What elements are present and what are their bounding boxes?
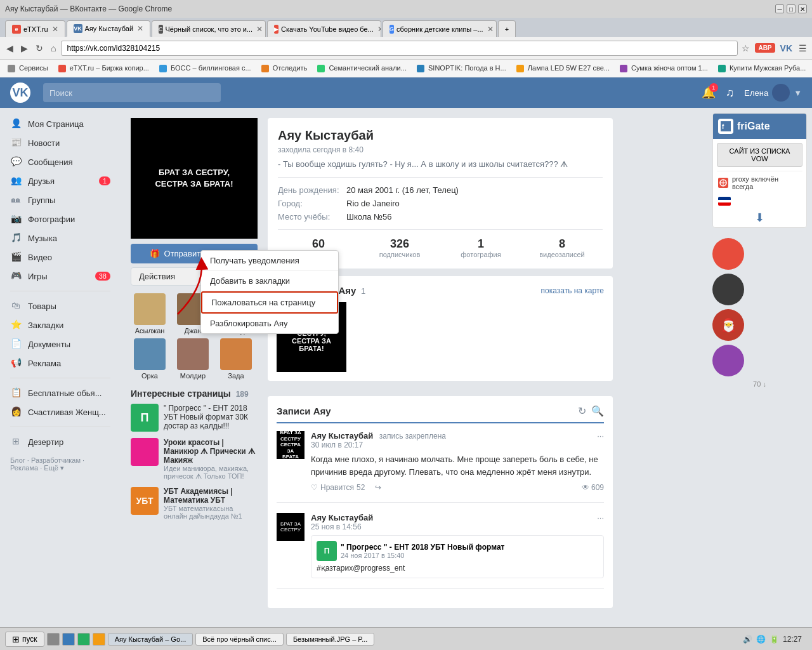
- interesting-pages-section: Интересные страницы 189 П " Прогресс " -…: [131, 388, 258, 520]
- minimize-button[interactable]: ─: [775, 4, 784, 13]
- sidebar-item-ads[interactable]: 📢 Реклама: [0, 354, 121, 373]
- friend-moldir[interactable]: Молдир: [174, 338, 212, 380]
- sidebar-item-news[interactable]: 📰 Новости: [0, 133, 121, 152]
- maximize-button[interactable]: □: [787, 4, 796, 13]
- bookmark-track[interactable]: Отследить: [259, 63, 310, 74]
- post-author-2[interactable]: Аяу Кыстаубай: [311, 513, 373, 522]
- posts-search-button[interactable]: 🔍: [591, 405, 604, 417]
- tab-vk[interactable]: VK Аяу Кыстаубай ✕: [67, 20, 151, 37]
- right-count-label: 70 ↓: [712, 380, 807, 388]
- frigate-vow-button[interactable]: САЙТ ИЗ СПИСКА VOW: [717, 143, 802, 167]
- taskbar-item-image[interactable]: Безымянный.JPG – P...: [286, 633, 375, 646]
- sidebar-item-music[interactable]: 🎵 Музыка: [0, 229, 121, 248]
- stat-videos[interactable]: 8 видеозаписей: [521, 237, 603, 258]
- sidebar-label-bookmarks: Закладки: [28, 321, 110, 330]
- close-button[interactable]: ✕: [798, 4, 807, 13]
- sidebar-item-deserter[interactable]: ⊞ Дезертир: [0, 432, 121, 451]
- groups-icon: 🏘: [10, 194, 22, 206]
- bookmark-seo[interactable]: Семантический анали...: [315, 63, 409, 74]
- vk-logo[interactable]: VK: [10, 83, 30, 103]
- start-button[interactable]: ⊞ пуск: [5, 632, 44, 647]
- bookmark-etxt[interactable]: eTXT.ru – Биржа копир...: [56, 63, 152, 74]
- vk-username: Елена: [744, 88, 768, 98]
- profile-field-city: Город: Rio de Janeiro: [278, 199, 603, 208]
- window-controls[interactable]: ─ □ ✕: [775, 4, 807, 13]
- sidebar-item-mypage[interactable]: 👤 Моя Страница: [0, 114, 121, 133]
- vk-notifications-button[interactable]: 🔔 1: [702, 86, 716, 100]
- deserter-icon: ⊞: [10, 436, 22, 448]
- post-share-button-1[interactable]: ↪: [375, 483, 381, 492]
- taskbar-item-blacklist[interactable]: Всё про чёрный спис...: [195, 633, 284, 646]
- sidebar-item-freead[interactable]: 📋 Бесплатные обья...: [0, 383, 121, 402]
- post-content-2: Аяу Кыстаубай ··· 25 ноя в 14:56 П: [311, 513, 604, 578]
- stat-subscribers[interactable]: 326 подписчиков: [359, 237, 440, 258]
- gift-icon: 🎁: [150, 249, 160, 258]
- bookmark-shirt[interactable]: Купити Мужская Руба...: [716, 63, 809, 74]
- star-icon[interactable]: ☆: [740, 42, 751, 55]
- stat-subscribers-label: подписчиков: [359, 251, 440, 258]
- bookmark-lamp[interactable]: Лампа LED 5W E27 све...: [514, 63, 612, 74]
- back-button[interactable]: ◀: [4, 42, 16, 55]
- dropdown-item-notify[interactable]: Получать уведомления: [201, 251, 338, 271]
- home-button[interactable]: ⌂: [48, 42, 58, 55]
- dropdown-item-report[interactable]: Пожаловаться на страницу: [201, 291, 338, 314]
- dropdown-item-unblock[interactable]: Разблокировать Аяу: [201, 314, 338, 333]
- interesting-page-3[interactable]: УБТ УБТ Академиясы | Математика УБТ УБТ …: [131, 487, 258, 520]
- taskbar-item-vk[interactable]: Аяу Кыстаубай – Go...: [108, 633, 193, 646]
- menu-icon[interactable]: ☰: [797, 42, 808, 55]
- tab-favicon-vk: VK: [74, 24, 82, 33]
- post-menu-2[interactable]: ···: [597, 513, 604, 522]
- post-like-button-1[interactable]: ♡ Нравится 52: [311, 483, 365, 492]
- sidebar-item-happy[interactable]: 👩 Счастливая Женщ...: [0, 402, 121, 421]
- tab-close-etxt[interactable]: ✕: [52, 25, 58, 34]
- sidebar-label-music: Музыка: [28, 234, 110, 243]
- vk-music-button[interactable]: ♫: [726, 86, 735, 100]
- post-author-1[interactable]: Аяу Кыстаубай: [311, 431, 373, 441]
- friend-asylzhan[interactable]: Асылжан: [131, 293, 169, 335]
- tab-close-google[interactable]: ✕: [487, 25, 494, 34]
- sidebar-item-video[interactable]: 🎬 Видео: [0, 248, 121, 267]
- tab-close-blacklist[interactable]: ✕: [256, 25, 263, 34]
- sidebar-label-groups: Группы: [28, 196, 110, 205]
- sidebar-item-goods[interactable]: 🛍 Товары: [0, 296, 121, 315]
- sidebar-item-bookmarks[interactable]: ⭐ Закладки: [0, 315, 121, 335]
- tab-new[interactable]: +: [498, 20, 516, 37]
- sidebar-item-games[interactable]: 🎮 Игры 38: [0, 267, 121, 286]
- vk-search-input[interactable]: [43, 83, 221, 102]
- sidebar-item-friends[interactable]: 👥 Друзья 1: [0, 171, 121, 190]
- photos-map-link[interactable]: показать на карте: [541, 286, 605, 295]
- sidebar-label-games: Игры: [28, 272, 89, 281]
- friend-orka[interactable]: Орка: [131, 338, 169, 380]
- bookmark-bag[interactable]: Сумка жіноча оптом 1...: [617, 63, 710, 74]
- sidebar-item-groups[interactable]: 🏘 Группы: [0, 190, 121, 209]
- frigate-widget: f friGate САЙТ ИЗ СПИСКА VOW: [712, 113, 807, 228]
- sidebar-item-photos[interactable]: 📷 Фотографии: [0, 209, 121, 229]
- vk-icon-nav[interactable]: VK: [779, 42, 794, 55]
- bookmark-boss[interactable]: БОСС – биллинговая с...: [157, 63, 254, 74]
- tab-close-vk[interactable]: ✕: [137, 24, 143, 33]
- interesting-page-2[interactable]: Уроки красоты | Маникюр ᗑ Прически ᗑ Мак…: [131, 438, 258, 481]
- vk-user-menu[interactable]: Елена ▼: [744, 84, 802, 102]
- reload-button[interactable]: ↻: [33, 42, 46, 55]
- nav-icons: ☆ ABP VK ☰: [740, 42, 808, 55]
- tab-google[interactable]: G сборник детские клипы –... ✕: [383, 20, 497, 37]
- forward-button[interactable]: ▶: [18, 42, 30, 55]
- dropdown-item-bookmark[interactable]: Добавить в закладки: [201, 271, 338, 291]
- sidebar-item-messages[interactable]: 💬 Сообщения: [0, 152, 121, 171]
- friend-zada[interactable]: Зада: [217, 338, 255, 380]
- address-bar[interactable]: [61, 41, 738, 56]
- bookmark-services[interactable]: Сервисы: [5, 63, 51, 74]
- tab-etxt[interactable]: e eTXT.ru ✕: [5, 20, 65, 37]
- tab-blacklist[interactable]: C Чёрный список, что это и... ✕: [152, 20, 266, 37]
- tab-youtube[interactable]: ▶ Скачать YouTube видео бе... ✕: [267, 20, 381, 37]
- bookmark-sinoptik[interactable]: SINOPTIK: Погода в Н...: [414, 63, 509, 74]
- sidebar-footer: Блог · Разработчикам · Реклама · Ещё ▾: [0, 451, 121, 477]
- stat-photos[interactable]: 1 фотография: [440, 237, 521, 258]
- post-menu-1[interactable]: ···: [597, 431, 604, 441]
- tab-close-youtube[interactable]: ✕: [377, 25, 381, 34]
- posts-refresh-button[interactable]: ↻: [578, 405, 586, 417]
- post-avatar-1: БРАТ ЗА СЕСТРУ СЕСТРА ЗА БРАТА: [277, 431, 304, 459]
- interesting-page-1[interactable]: П " Прогресс " - ЕНТ 2018 УБТ Новый форм…: [131, 404, 258, 432]
- abp-icon[interactable]: ABP: [755, 43, 775, 53]
- sidebar-item-docs[interactable]: 📄 Документы: [0, 335, 121, 354]
